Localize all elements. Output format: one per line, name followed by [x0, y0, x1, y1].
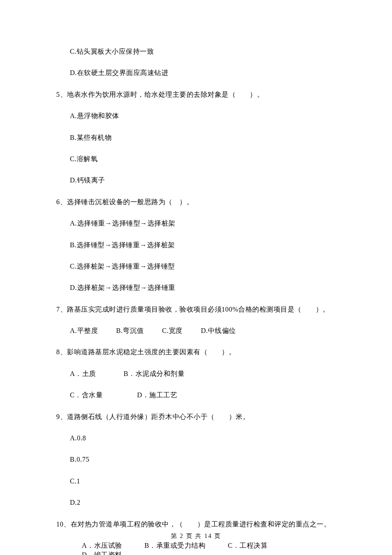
q8-stem: 8、影响道路基层水泥稳定土强度的主要因素有（ ）。	[56, 347, 349, 357]
document-page: C.钻头翼板大小应保持一致 D.在软硬土层交界面应高速钻进 5、地表水作为饮用水…	[0, 0, 392, 555]
q9-option-a: A.0.8	[56, 434, 349, 443]
q5-option-d: D.钙镁离子	[56, 176, 349, 185]
q7-option-a: A.平整度	[70, 326, 98, 335]
q5-option-b: B.某些有机物	[56, 133, 349, 142]
q10-option-b: B．承重或受力结构	[144, 541, 205, 550]
q6-option-b: B.选择锤型→选择锤重→选择桩架	[56, 240, 349, 250]
q5-option-c: C.溶解氧	[56, 154, 349, 164]
q9-option-c: C.1	[56, 477, 349, 486]
q8-option-c: C．含水量	[70, 390, 103, 400]
q7-options: A.平整度 B.弯沉值 C.宽度 D.中线偏位	[56, 326, 349, 335]
q6-option-a: A.选择锤重→选择锤型→选择桩架	[56, 219, 349, 228]
q4-option-d: D.在软硬土层交界面应高速钻进	[56, 68, 349, 78]
q8-options-row1: A．土质 B．水泥成分和剂量	[56, 369, 349, 379]
q6-option-d: D.选择桩架→选择锤型→选择锤重	[56, 283, 349, 292]
q5-stem: 5、地表水作为饮用水源时，给水处理主要的去除对象是（ ）。	[56, 90, 349, 99]
q7-option-d: D.中线偏位	[201, 326, 236, 335]
q10-option-a: A．水压试验	[82, 541, 122, 550]
q10-options: A．水压试验 B．承重或受力结构 C．工程决算 D．竣工资料	[56, 541, 349, 555]
q7-option-b: B.弯沉值	[116, 326, 144, 335]
q8-option-d: D．施工工艺	[137, 390, 178, 400]
q9-option-b: B.0.75	[56, 455, 349, 464]
q6-stem: 6、选择锤击沉桩设备的一般思路为（ ）。	[56, 197, 349, 207]
q4-option-c: C.钻头翼板大小应保持一致	[56, 47, 349, 56]
q9-option-d: D.2	[56, 498, 349, 507]
page-footer: 第 2 页 共 14 页	[0, 532, 392, 541]
q10-option-d: D．竣工资料	[82, 550, 122, 555]
q7-stem: 7、路基压实完成时进行质量项目验收，验收项目必须100%合格的检测项目是（ ）。	[56, 305, 349, 314]
q9-stem: 9、道路侧石线（人行道外缘）距乔木中心不小于（ ）米。	[56, 412, 349, 422]
q10-option-c: C．工程决算	[228, 541, 268, 550]
q10-stem: 10、在对热力管道单项工程的验收中，（ ）是工程质量进行检查和评定的重点之一。	[56, 520, 349, 529]
q6-option-c: C.选择桩架→选择锤重→选择锤型	[56, 262, 349, 271]
q5-option-a: A.悬浮物和胶体	[56, 111, 349, 121]
q8-option-b: B．水泥成分和剂量	[124, 369, 184, 379]
q8-options-row2: C．含水量 D．施工工艺	[56, 390, 349, 400]
q8-option-a: A．土质	[70, 369, 96, 379]
q7-option-c: C.宽度	[162, 326, 183, 335]
